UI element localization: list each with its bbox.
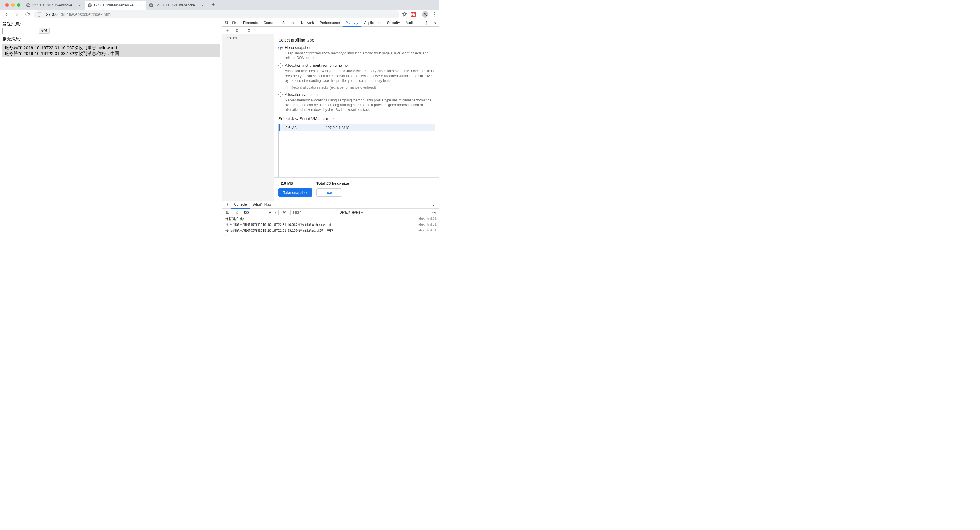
tab-sources[interactable]: Sources: [279, 19, 298, 27]
log-source[interactable]: index.html:22: [417, 217, 436, 221]
inspect-element-icon[interactable]: [224, 19, 231, 26]
svg-point-21: [434, 212, 435, 213]
log-source[interactable]: index.html:31: [417, 228, 436, 232]
received-messages: [服务器在]2019-10-16T22:31:16.067接收到消息:hello…: [2, 44, 220, 57]
window-minimize-button[interactable]: [11, 3, 14, 7]
footer-size: 2.6 MB: [281, 181, 293, 185]
allocation-sampling-option[interactable]: Allocation sampling: [278, 93, 435, 97]
browser-menu-icon[interactable]: [431, 11, 437, 17]
chevron-right-icon: ›: [225, 233, 226, 237]
tab-title: 127.0.0.1:8848/websocket/inde: [155, 3, 199, 7]
record-stacks-checkbox[interactable]: Record allocation stacks (extra performa…: [285, 85, 435, 89]
devtools-menu-icon[interactable]: [423, 19, 430, 26]
bookmark-icon[interactable]: [402, 11, 407, 17]
memory-toolbar: [222, 27, 439, 34]
clear-icon[interactable]: [234, 27, 240, 34]
checkbox-icon: [285, 86, 288, 89]
vm-instance-list: 2.6 MB 127.0.0.1:8848: [278, 124, 435, 177]
console-input[interactable]: ›: [222, 232, 439, 238]
console-settings-icon[interactable]: [431, 209, 438, 216]
drawer-tab-whatsnew[interactable]: What's New: [250, 201, 274, 209]
extension-icon[interactable]: FE: [410, 12, 416, 17]
drawer-menu-icon[interactable]: [224, 201, 231, 208]
console-toolbar: top ▾ Default levels ▾: [222, 209, 439, 216]
forward-button[interactable]: [13, 10, 21, 18]
heap-snapshot-option[interactable]: Heap snapshot: [278, 45, 435, 50]
console-sidebar-icon[interactable]: [224, 209, 231, 216]
device-toolbar-icon[interactable]: [231, 19, 237, 26]
load-button[interactable]: Load: [317, 188, 342, 196]
option-desc: Record memory allocations using sampling…: [285, 98, 435, 112]
globe-icon: [149, 3, 153, 7]
browser-tab[interactable]: 127.0.0.1:8848/websocket/inde ×: [23, 1, 85, 10]
address-bar: i 127.0.0.1:8848/websocket/index.html FE: [0, 10, 439, 19]
window-maximize-button[interactable]: [17, 3, 21, 7]
filter-input[interactable]: [293, 210, 337, 214]
globe-icon: [88, 3, 92, 7]
record-icon[interactable]: [224, 27, 231, 34]
profiling-actions: Take snapshot Load: [274, 185, 439, 201]
console-clear-icon[interactable]: [234, 209, 240, 216]
tab-memory[interactable]: Memory: [343, 19, 361, 27]
received-line: [服务器在]2019-10-16T22:31:33.132接收到消息:你好，中国: [3, 51, 218, 56]
drawer-tabs: Console What's New: [222, 201, 439, 209]
close-icon[interactable]: ×: [139, 3, 143, 7]
svg-point-5: [434, 14, 435, 15]
message-input[interactable]: [2, 28, 37, 34]
tab-security[interactable]: Security: [384, 19, 402, 27]
page-content: 发送消息: 发送 接受消息: [服务器在]2019-10-16T22:31:16…: [0, 19, 222, 238]
profiles-header: Profiles: [222, 34, 274, 42]
svg-point-3: [425, 13, 426, 14]
tab-network[interactable]: Network: [298, 19, 317, 27]
svg-point-10: [426, 21, 427, 22]
browser-tab[interactable]: 127.0.0.1:8848/websocket/inde ×: [146, 1, 207, 10]
radio-icon: [278, 64, 283, 67]
console-output: 连接建立成功 index.html:22 接收到消息[服务器在]2019-10-…: [222, 216, 439, 232]
radio-icon: [278, 46, 283, 50]
radio-icon: [278, 93, 283, 97]
url-host: 127.0.0.1: [44, 12, 61, 17]
option-label: Allocation sampling: [285, 93, 318, 97]
window-close-button[interactable]: [5, 3, 9, 7]
svg-point-6: [434, 16, 435, 17]
drawer-close-icon[interactable]: [431, 201, 438, 208]
site-info-icon[interactable]: i: [37, 12, 41, 17]
send-label: 发送消息:: [2, 21, 220, 27]
globe-icon: [26, 3, 30, 7]
close-icon[interactable]: ×: [200, 3, 205, 7]
tab-console[interactable]: Console: [261, 19, 279, 27]
drawer-tab-console[interactable]: Console: [231, 201, 250, 209]
vm-instance-row[interactable]: 2.6 MB 127.0.0.1:8848: [279, 124, 435, 131]
tab-audits[interactable]: Audits: [402, 19, 418, 27]
log-level-select[interactable]: Default levels ▾: [339, 210, 363, 214]
browser-tab[interactable]: 127.0.0.1:8848/websocket/inde ×: [85, 1, 146, 10]
svg-rect-9: [235, 22, 235, 24]
take-snapshot-button[interactable]: Take snapshot: [278, 188, 312, 196]
log-source[interactable]: index.html:31: [417, 223, 436, 227]
tab-application[interactable]: Application: [361, 19, 384, 27]
devtools-panel: Elements Console Sources Network Perform…: [222, 19, 439, 238]
log-entry: 接收到消息[服务器在]2019-10-16T22:31:33.132接收到消息:…: [222, 228, 439, 232]
allocation-timeline-option[interactable]: Allocation instrumentation on timeline: [278, 63, 435, 67]
log-message: 连接建立成功: [225, 217, 417, 221]
tab-elements[interactable]: Elements: [240, 19, 261, 27]
reload-button[interactable]: [23, 10, 32, 18]
footer-label: Total JS heap size: [317, 181, 349, 185]
url-input[interactable]: i 127.0.0.1:8848/websocket/index.html: [34, 10, 399, 18]
new-tab-button[interactable]: +: [209, 1, 217, 9]
tab-performance[interactable]: Performance: [317, 19, 343, 27]
tab-title: 127.0.0.1:8848/websocket/inde: [94, 3, 137, 7]
svg-point-15: [228, 203, 228, 204]
trash-icon[interactable]: [245, 27, 253, 34]
option-label: Allocation instrumentation on timeline: [285, 63, 348, 67]
svg-point-4: [434, 12, 435, 13]
tab-strip: 127.0.0.1:8848/websocket/inde × 127.0.0.…: [0, 0, 439, 10]
close-icon[interactable]: ×: [78, 3, 82, 7]
eye-icon[interactable]: [281, 209, 288, 216]
back-button[interactable]: [2, 10, 11, 18]
option-label: Heap snapshot: [285, 45, 310, 50]
profile-avatar[interactable]: [422, 11, 428, 18]
devtools-close-icon[interactable]: [431, 19, 438, 26]
context-select[interactable]: top: [243, 210, 272, 215]
send-button[interactable]: 发送: [38, 28, 50, 34]
